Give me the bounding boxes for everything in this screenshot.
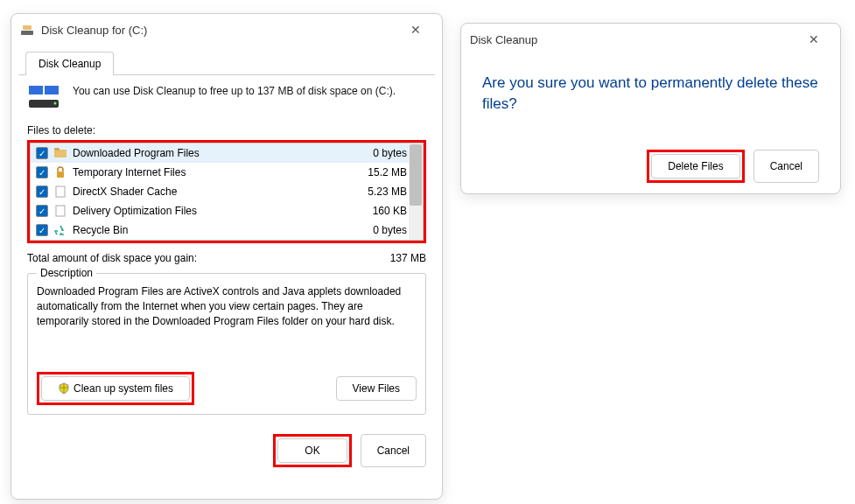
svg-rect-8 [57,172,64,178]
svg-rect-6 [54,150,67,158]
view-files-button[interactable]: View Files [336,376,417,401]
file-row[interactable]: ✓ Delivery Optimization Files 160 KB [31,201,423,220]
titlebar: Disk Cleanup for (C:) ✕ [11,14,442,46]
file-icon [53,204,67,218]
file-row[interactable]: ✓ Temporary Internet Files 15.2 MB [31,163,423,182]
scrollbar[interactable] [409,144,423,240]
svg-rect-7 [54,148,60,150]
drive-icon [27,84,62,112]
confirm-close-button[interactable]: ✕ [796,27,831,52]
checkbox[interactable]: ✓ [36,205,48,217]
lock-icon [53,165,67,179]
checkbox[interactable]: ✓ [36,186,48,198]
svg-rect-10 [56,206,65,216]
checkbox[interactable]: ✓ [36,166,48,178]
description-text: Downloaded Program Files are ActiveX con… [37,284,417,328]
svg-rect-0 [21,31,33,35]
shield-icon [58,382,70,395]
total-row: Total amount of disk space you gain: 137… [27,252,426,264]
file-name: Downloaded Program Files [73,147,373,159]
recycle-icon [53,223,67,237]
folder-icon [53,146,67,160]
ok-button[interactable]: OK [277,438,347,463]
checkbox[interactable]: ✓ [36,224,48,236]
tab-bar: Disk Cleanup [18,51,435,75]
confirm-buttons: Delete Files Cancel [482,150,819,183]
delete-files-button[interactable]: Delete Files [651,154,739,178]
description-legend: Description [37,267,96,279]
file-name: Recycle Bin [73,224,373,236]
file-icon [53,185,67,199]
intro-section: You can use Disk Cleanup to free up to 1… [27,84,426,112]
file-row[interactable]: ✓ Downloaded Program Files 0 bytes [31,144,423,163]
close-button[interactable]: ✕ [398,18,433,42]
files-label: Files to delete: [27,124,426,136]
file-row[interactable]: ✓ DirectX Shader Cache 5.23 MB [31,182,423,201]
description-box: Description Downloaded Program Files are… [27,273,426,415]
file-list[interactable]: ✓ Downloaded Program Files 0 bytes ✓ Tem… [30,143,424,241]
svg-point-5 [54,102,57,105]
confirm-cancel-button[interactable]: Cancel [753,150,819,183]
disk-cleanup-window: Disk Cleanup for (C:) ✕ Disk Cleanup You… [11,13,443,500]
drive-small-icon [20,23,34,37]
svg-rect-1 [23,25,32,30]
tab-disk-cleanup[interactable]: Disk Cleanup [25,52,114,75]
svg-rect-9 [56,186,65,197]
svg-rect-2 [29,86,43,94]
total-value: 137 MB [390,252,426,264]
confirm-dialog: Disk Cleanup ✕ Are you sure you want to … [460,23,841,194]
dialog-buttons: OK Cancel [11,424,442,478]
cleanup-btn-label: Clean up system files [74,382,173,395]
total-label: Total amount of disk space you gain: [27,252,197,264]
file-name: DirectX Shader Cache [73,186,368,198]
cancel-button[interactable]: Cancel [361,434,426,467]
cleanup-system-files-button[interactable]: Clean up system files [41,376,190,401]
viewfiles-btn-label: View Files [353,382,400,395]
file-row[interactable]: ✓ Recycle Bin 0 bytes [31,220,423,240]
file-name: Temporary Internet Files [73,166,368,178]
confirm-title: Disk Cleanup [470,33,796,46]
checkbox[interactable]: ✓ [36,147,48,159]
svg-rect-3 [45,86,59,94]
confirm-message: Are you sure you want to permanently del… [482,73,819,115]
confirm-titlebar: Disk Cleanup ✕ [461,24,840,55]
window-title: Disk Cleanup for (C:) [41,24,398,37]
intro-text: You can use Disk Cleanup to free up to 1… [73,84,396,112]
scrollbar-thumb[interactable] [410,144,422,206]
file-name: Delivery Optimization Files [73,205,373,217]
